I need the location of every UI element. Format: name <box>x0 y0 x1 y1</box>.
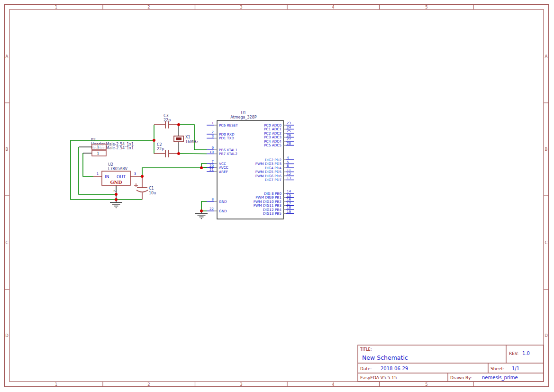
wire-header-vin[interactable] <box>83 153 93 176</box>
u1-pin-name: PB7 XTAL2 <box>219 152 237 156</box>
u1-pin-number: 20 <box>209 164 214 168</box>
u1-pin-number: 22 <box>209 207 214 211</box>
u1-pin-number: 5 <box>287 160 289 164</box>
x1-ref[interactable]: X1 <box>185 135 191 139</box>
u1-pin-number: 17 <box>287 202 291 206</box>
frame-col-label-top: 2 <box>147 5 150 9</box>
frame-row-label-left: A <box>6 54 9 59</box>
u1-pin-number: 28 <box>287 142 291 146</box>
c3-value[interactable]: 22p <box>163 118 171 122</box>
u1-pin-name: GND <box>219 200 227 204</box>
u1-pin-number: 9 <box>212 146 214 150</box>
u1-pin-number: 4 <box>287 156 289 160</box>
u1-pin-name: PC5 ADC5 <box>264 143 282 147</box>
u2-out-label: OUT <box>117 174 126 179</box>
header2-pin-number: 1 <box>97 151 100 155</box>
frame-row-label-left: C <box>6 240 9 245</box>
component-c3[interactable]: C3 22p <box>154 114 179 128</box>
drawn-by-label: Drawn By: <box>450 375 472 380</box>
u1-pin-name: DIG7 PD7 <box>265 178 282 182</box>
frame-col-label-bottom: 4 <box>332 382 334 387</box>
frame-row-label-right: A <box>545 54 548 59</box>
u1-pin-name: PD1 TXD <box>219 136 234 140</box>
component-c2[interactable]: C2 22p <box>154 143 179 157</box>
frame-col-label-bottom: 5 <box>425 382 427 387</box>
component-u2-l7805[interactable]: U2 L7805ABV IN OUT GND 1 3 2 <box>93 163 140 202</box>
u1-pin-number: 2 <box>212 130 214 134</box>
component-c1-polar-cap[interactable]: C1 10u <box>134 177 156 200</box>
rev-value[interactable]: 1.0 <box>522 351 530 356</box>
c1-plate-bottom <box>136 190 148 192</box>
drawn-by-value[interactable]: nemesis_prime <box>482 375 518 381</box>
title-label: TITLE: <box>360 347 372 352</box>
p2-ref[interactable]: P2 <box>91 138 96 142</box>
c3-ref[interactable]: C3 <box>163 114 169 118</box>
u1-pin-name: DIG13 PB5 <box>263 211 282 216</box>
u2-pin3-number: 3 <box>134 172 136 176</box>
x1-body-bar <box>176 137 182 140</box>
header1-pin-number: 1 <box>97 145 100 149</box>
frame-col-label-top: 3 <box>240 5 242 9</box>
schematic-canvas[interactable]: 1122334455AABBCCDD U1 Atmega_328P 1PC6 R… <box>0 0 554 392</box>
u1-pin-number: 16 <box>287 198 291 201</box>
frame-col-label-top: 1 <box>55 5 57 9</box>
u1-pin-number: 25 <box>287 129 291 133</box>
frame-row-label-right: B <box>545 147 548 152</box>
u2-pin2-number: 2 <box>113 190 117 192</box>
u1-pin-number: 8 <box>212 198 214 201</box>
u2-pin1-number: 1 <box>97 172 99 176</box>
u1-pin-number: 26 <box>287 134 291 137</box>
u1-pin-number: 3 <box>212 135 214 138</box>
wire-5v-rail[interactable] <box>140 168 207 177</box>
frame-row-label-left: B <box>6 147 9 152</box>
frame-col-label-bottom: 1 <box>55 382 57 387</box>
c1-ref[interactable]: C1 <box>149 186 154 191</box>
u2-in-label: IN <box>105 174 109 179</box>
c2-value[interactable]: 22p <box>157 147 164 151</box>
u1-pin-name: AREF <box>219 170 228 174</box>
frame-row-label-left: D <box>5 333 9 338</box>
u1-pin-number: 18 <box>287 206 291 210</box>
c1-value[interactable]: 10u <box>149 191 156 195</box>
wire-xtal2[interactable] <box>179 154 207 154</box>
u1-ref[interactable]: U1 <box>241 111 246 115</box>
title-block[interactable]: TITLE: New Schematic REV: 1.0 Date: 2018… <box>358 345 544 382</box>
u1-pin-number: 1 <box>212 121 214 125</box>
frame-row-label-right: C <box>545 240 548 245</box>
u1-pin-number: 12 <box>287 172 291 176</box>
gnd-symbol-left[interactable] <box>110 202 122 208</box>
u1-pin-name: GND <box>219 209 227 213</box>
date-value[interactable]: 2018-06-29 <box>381 366 408 371</box>
u1-pin-number: 6 <box>287 164 289 168</box>
tool-version: EasyEDA V5.5.15 <box>360 375 397 380</box>
date-label: Date: <box>360 366 372 371</box>
u1-pin-number: 11 <box>287 168 291 172</box>
rev-label: REV: <box>509 351 518 356</box>
sheet-value[interactable]: 1/1 <box>512 366 519 371</box>
u1-pin-number: 19 <box>287 210 291 214</box>
u1-pin-number: 10 <box>209 150 214 154</box>
frame-col-label-bottom: 2 <box>147 382 150 387</box>
u1-pin-number: 23 <box>287 121 291 125</box>
u2-value[interactable]: L7805ABV <box>108 167 128 171</box>
u1-pin-number: 14 <box>287 190 291 193</box>
u2-ref[interactable]: U2 <box>108 163 113 167</box>
sheet-label: Sheet: <box>490 366 504 371</box>
frame-col-label-bottom: 3 <box>240 382 242 387</box>
u1-value[interactable]: Atmega_328P <box>230 115 256 119</box>
x1-value[interactable]: 16MHz <box>185 140 198 144</box>
u1-pin-name: PC6 RESET <box>219 123 238 128</box>
u1-pin-number: 15 <box>287 194 291 198</box>
frame-col-label-top: 5 <box>425 5 427 9</box>
u1-pin-number: 27 <box>287 137 291 141</box>
wire-gnd-right[interactable] <box>201 201 207 211</box>
frame-col-label-top: 4 <box>332 5 334 9</box>
u1-pin-number: 24 <box>287 126 291 129</box>
c2-ref[interactable]: C2 <box>157 143 162 147</box>
frame-row-label-right: D <box>545 333 548 338</box>
u2-gnd-label: GND <box>110 180 122 185</box>
component-u1-atmega328p[interactable]: U1 Atmega_328P 1PC6 RESET2PD0 RXD3PD1 TX… <box>207 111 294 219</box>
sheet-title[interactable]: New Schematic <box>362 354 408 361</box>
u1-pin-number: 7 <box>212 160 214 164</box>
u1-pin-number: 21 <box>209 168 214 172</box>
